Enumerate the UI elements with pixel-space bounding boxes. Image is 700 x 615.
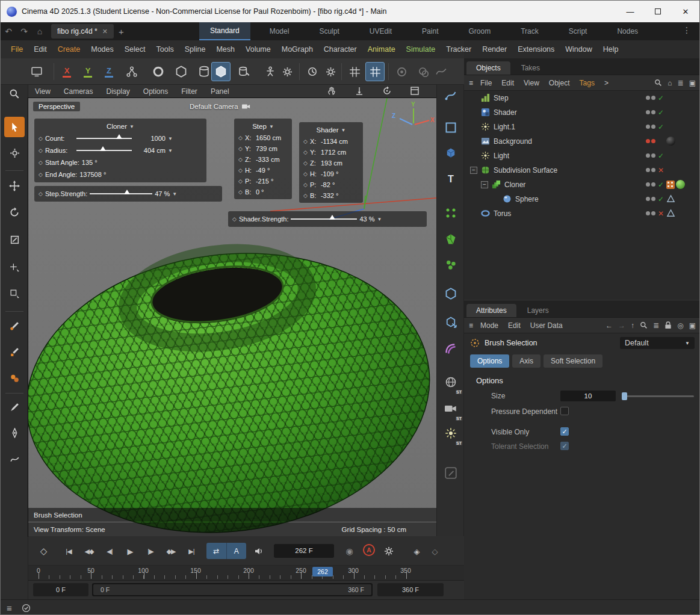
live-selection-tool-icon[interactable] [4, 117, 25, 137]
attributes-hamburger-icon[interactable]: ≡ [469, 321, 473, 330]
objects-menu-view[interactable]: View [519, 79, 544, 87]
menu-simulate[interactable]: Simulate [401, 45, 441, 54]
menu-select[interactable]: Select [119, 45, 151, 54]
visibility-dots[interactable] [646, 197, 655, 201]
pan-hand-icon[interactable] [320, 86, 343, 96]
range-end-field[interactable]: 360 F [377, 583, 444, 596]
object-label[interactable]: Shader [494, 105, 517, 120]
objects-menu-object[interactable]: Object [544, 79, 575, 87]
count-slider[interactable] [76, 138, 132, 139]
sketch-pen-icon[interactable] [4, 422, 25, 443]
shader-strength-slider[interactable] [291, 218, 357, 220]
radius-slider[interactable] [76, 150, 132, 151]
step-strength-hud[interactable]: ◇Step.Strength: 47 %▼ [34, 186, 222, 202]
popout-icon[interactable]: ▣ [689, 321, 696, 330]
parent-up-icon[interactable]: ↑ [631, 321, 634, 330]
preview-range-bar[interactable]: 0 F 360 F [93, 584, 371, 595]
tree-row-torus[interactable]: Torus ✕ [464, 206, 700, 221]
menu-animate[interactable]: Animate [362, 45, 401, 54]
object-label[interactable]: Background [494, 134, 532, 149]
timeline-ruler[interactable]: 0 50 100 150 200 250 300 350 262 [28, 565, 464, 581]
pencil-tool-icon[interactable] [4, 397, 25, 417]
text-primitive-icon[interactable]: T [441, 169, 461, 190]
layout-tab-nodes[interactable]: Nodes [606, 22, 649, 40]
shader-x-value[interactable]: -1134 cm [321, 138, 348, 145]
visibility-dots[interactable] [646, 125, 655, 129]
menu-modes[interactable]: Modes [85, 45, 119, 54]
coordinate-system-icon[interactable] [122, 62, 141, 81]
back-icon[interactable]: ↶ [1, 26, 16, 36]
disabled-x-icon[interactable]: ✕ [658, 163, 664, 178]
selection-tag-icon[interactable] [666, 194, 675, 203]
layout-menu-icon[interactable]: ⋮ [683, 25, 691, 35]
shader-p-value[interactable]: -82 ° [321, 181, 335, 188]
menu-file[interactable]: File [5, 45, 28, 54]
character-settings-gear-icon[interactable] [277, 62, 297, 81]
object-label[interactable]: Subdivision Surface [494, 163, 557, 178]
goto-end-button[interactable]: ▶| [182, 543, 200, 559]
minimize-button[interactable]: — [616, 1, 644, 22]
objects-hamburger-icon[interactable]: ≡ [469, 79, 473, 87]
orbit-camera-icon[interactable] [376, 86, 398, 96]
layout-tab-paint[interactable]: Paint [411, 22, 449, 40]
matrix-mograph-icon[interactable] [441, 255, 461, 275]
current-frame-marker[interactable]: 262 [312, 567, 333, 576]
workplane-grid-icon[interactable] [345, 62, 364, 81]
history-back-icon[interactable]: ← [606, 321, 613, 330]
menu-extensions[interactable]: Extensions [512, 45, 560, 54]
menu-spline[interactable]: Spline [179, 45, 211, 54]
axis-gizmo[interactable]: Y X Z [389, 100, 435, 131]
layout-tab-uvedit[interactable]: UVEdit [359, 22, 403, 40]
menu-mesh[interactable]: Mesh [211, 45, 240, 54]
dolly-camera-icon[interactable] [348, 86, 371, 96]
render-settings-icon[interactable] [413, 62, 433, 81]
step-y-value[interactable]: 739 cm [256, 145, 277, 152]
next-key-button[interactable]: ◆▶ [162, 543, 180, 559]
step-p-value[interactable]: -215 ° [256, 178, 273, 185]
cloner-mograph-icon[interactable] [441, 203, 461, 223]
tab-axis[interactable]: Axis [512, 354, 540, 368]
scale-tool-icon[interactable] [4, 229, 25, 250]
radius-value[interactable]: 404 cm [134, 147, 166, 154]
object-label[interactable]: Light.1 [494, 120, 515, 134]
key-filter-icon[interactable]: ◇ [427, 543, 442, 559]
lock-icon[interactable] [664, 321, 672, 329]
vp-menu-filter[interactable]: Filter [175, 87, 204, 96]
goto-start-button[interactable]: |◀ [60, 543, 78, 559]
render-view-icon[interactable] [392, 62, 411, 81]
step-h-value[interactable]: -49 ° [256, 167, 270, 174]
object-label[interactable]: Step [494, 91, 509, 105]
preset-dropdown[interactable]: Default ▼ [620, 337, 695, 349]
selection-tag-icon[interactable] [666, 209, 675, 218]
simulate-settings-gear-icon[interactable] [321, 62, 340, 81]
vp-menu-view[interactable]: View [28, 87, 57, 96]
objects-layout-icon[interactable]: ▣ [689, 79, 696, 87]
zoom-tool-icon[interactable] [4, 84, 25, 104]
visibility-dots[interactable] [646, 153, 655, 158]
preview-range-track[interactable]: 0 F 360 F [92, 583, 373, 596]
tree-row-step[interactable]: Step ✓ [464, 91, 700, 105]
visible-only-checkbox[interactable]: ✓ [560, 427, 569, 436]
size-slider[interactable] [622, 395, 694, 397]
workplane-mode-icon[interactable] [211, 62, 231, 81]
menu-edit[interactable]: Edit [28, 45, 52, 54]
camera-label[interactable]: Default Camera [190, 103, 250, 110]
brush-tool-icon[interactable] [4, 315, 25, 336]
simulate-clock-icon[interactable] [303, 62, 322, 81]
attributes-menu-edit[interactable]: Edit [503, 321, 525, 330]
enabled-check-icon[interactable]: ✓ [658, 91, 664, 105]
shader-b-value[interactable]: -332 ° [321, 192, 338, 199]
target-icon[interactable]: ◎ [677, 321, 683, 330]
visibility-dots[interactable] [646, 110, 655, 114]
document-tab[interactable]: fibo rig.c4d * ✕ [51, 24, 114, 39]
camera-object-icon[interactable]: ST [441, 398, 461, 419]
field-hexagon-icon[interactable] [441, 283, 461, 304]
step-x-value[interactable]: 1650 cm [256, 134, 281, 141]
light-object-icon[interactable]: ST [441, 423, 461, 443]
texture-tag-icon[interactable] [676, 180, 685, 189]
toggle-view-icon[interactable] [403, 86, 426, 96]
scale-selection-tool-icon[interactable] [4, 283, 25, 304]
move-tool-icon[interactable] [4, 176, 25, 196]
shader-h-value[interactable]: -109 ° [321, 170, 338, 178]
status-ok-icon[interactable] [22, 604, 31, 613]
